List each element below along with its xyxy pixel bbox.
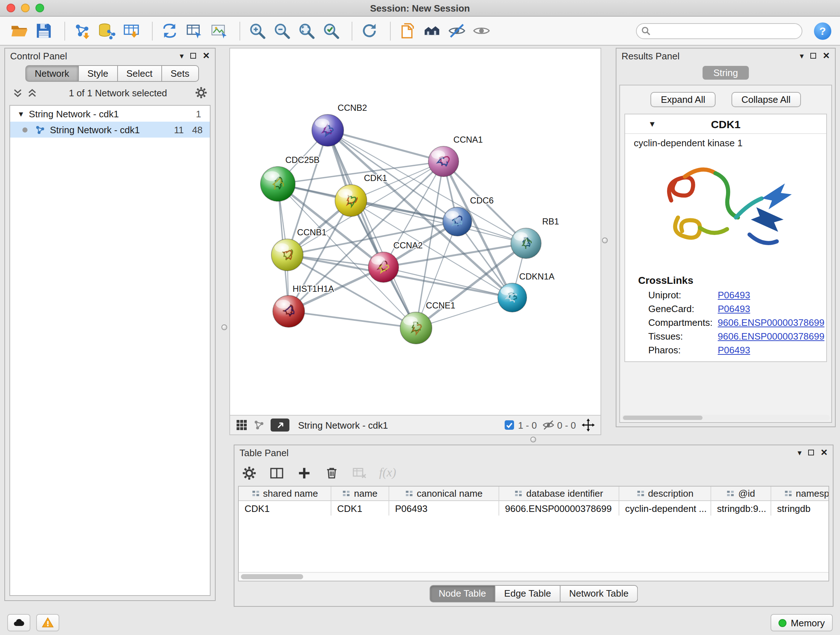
splitter-handle[interactable]: [602, 238, 608, 243]
minimize-window-button[interactable]: [21, 4, 30, 12]
network-node-CDC25B[interactable]: [261, 166, 295, 201]
crosslink-value-link[interactable]: 9606.ENSP00000378699: [718, 317, 824, 328]
tab-edge-table[interactable]: Edge Table: [496, 585, 561, 602]
hide-selected-icon[interactable]: [447, 21, 467, 41]
zoom-window-button[interactable]: [35, 4, 44, 12]
import-network-database-icon[interactable]: [96, 21, 117, 41]
import-table-icon[interactable]: [121, 21, 141, 41]
search-input[interactable]: [636, 23, 802, 39]
network-node-CDC6[interactable]: [443, 207, 472, 236]
memory-button[interactable]: Memory: [771, 614, 833, 631]
export-image-icon[interactable]: [208, 21, 229, 41]
show-columns-icon[interactable]: [269, 465, 284, 480]
expand-all-networks-icon[interactable]: [27, 87, 38, 98]
network-node-CCNE1[interactable]: [400, 312, 432, 344]
table-row[interactable]: CDK1CDK1P064939606.ENSP00000378699cyclin…: [239, 501, 829, 516]
network-edge[interactable]: [289, 311, 416, 328]
zoom-in-icon[interactable]: [247, 21, 267, 41]
network-node-CCNA2[interactable]: [368, 252, 399, 282]
new-table-icon[interactable]: [184, 21, 204, 41]
network-node-CDKN1A[interactable]: [498, 283, 527, 312]
panel-close-icon[interactable]: ✕: [823, 51, 830, 60]
splitter-handle[interactable]: [531, 437, 536, 442]
table-cell[interactable]: stringdb:9...: [711, 501, 771, 516]
zoom-out-icon[interactable]: [271, 21, 292, 41]
open-session-icon[interactable]: [9, 21, 29, 41]
new-network-icon[interactable]: [159, 21, 180, 41]
tab-network-table[interactable]: Network Table: [561, 585, 638, 602]
table-horizontal-scrollbar[interactable]: [239, 572, 829, 581]
column-header-shared-name[interactable]: shared name: [239, 486, 332, 501]
warning-status-button[interactable]: [36, 614, 59, 631]
table-cell[interactable]: 9606.ENSP00000378699: [499, 501, 619, 516]
import-network-file-icon[interactable]: [72, 21, 92, 41]
network-node-CCNB1[interactable]: [271, 239, 303, 271]
network-view[interactable]: CCNB2CCNA1CDC25BCDK1CDC6RB1CCNB1CCNA2CDK…: [229, 48, 601, 435]
tab-select[interactable]: Select: [118, 65, 162, 82]
network-options-gear-icon[interactable]: [195, 86, 208, 99]
crosslink-value-link[interactable]: 9606.ENSP00000378699: [718, 331, 824, 342]
help-icon[interactable]: ?: [814, 22, 831, 40]
network-node-RB1[interactable]: [511, 228, 541, 258]
column-header-canonical-name[interactable]: canonical name: [389, 486, 499, 501]
panel-float-icon[interactable]: [810, 53, 816, 59]
crosslink-value-link[interactable]: P06493: [718, 345, 750, 356]
network-edge[interactable]: [328, 130, 416, 328]
network-edge[interactable]: [278, 162, 444, 184]
panel-close-icon[interactable]: ✕: [202, 51, 210, 60]
column-header--id[interactable]: @id: [711, 486, 771, 501]
table-cell[interactable]: P06493: [389, 501, 499, 516]
panel-close-icon[interactable]: ✕: [821, 448, 828, 457]
cloud-status-button[interactable]: [7, 614, 30, 631]
network-view-icon[interactable]: [253, 419, 265, 431]
network-canvas[interactable]: CCNB2CCNA1CDC25BCDK1CDC6RB1CCNB1CCNA2CDK…: [230, 49, 600, 415]
zoom-fit-icon[interactable]: [296, 21, 316, 41]
splitter-handle[interactable]: [221, 325, 227, 330]
column-header-database-identifier[interactable]: database identifier: [499, 486, 619, 501]
panel-collapse-icon[interactable]: ▾: [800, 52, 804, 60]
network-node-HIST1H1A[interactable]: [273, 295, 305, 327]
zoom-selected-icon[interactable]: [321, 21, 341, 41]
panel-collapse-icon[interactable]: ▾: [180, 52, 184, 60]
network-node-CDK1[interactable]: [335, 185, 367, 217]
network-node-CCNB2[interactable]: [312, 114, 344, 146]
cybrowser-home-icon[interactable]: [422, 21, 442, 41]
panel-collapse-icon[interactable]: ▾: [798, 448, 802, 456]
hidden-eye-icon[interactable]: [543, 419, 554, 431]
pan-crosshair-icon[interactable]: [582, 418, 595, 432]
table-settings-gear-icon[interactable]: [242, 465, 257, 480]
tab-string[interactable]: String: [703, 66, 749, 80]
collapse-all-networks-icon[interactable]: [12, 87, 23, 98]
open-manual-icon[interactable]: [397, 21, 417, 41]
delete-column-icon[interactable]: [324, 465, 339, 480]
table-cell[interactable]: CDK1: [332, 501, 389, 516]
add-column-icon[interactable]: [297, 465, 312, 480]
grid-view-icon[interactable]: [236, 419, 248, 431]
crosslink-value-link[interactable]: P06493: [718, 290, 750, 301]
table-cell[interactable]: CDK1: [239, 501, 332, 516]
results-horizontal-scrollbar[interactable]: [622, 415, 830, 421]
show-all-icon[interactable]: [471, 21, 491, 41]
panel-float-icon[interactable]: [190, 53, 196, 59]
tab-style[interactable]: Style: [79, 65, 118, 82]
network-row[interactable]: String Network - cdk1 11 48: [10, 122, 210, 138]
birdseye-view-button[interactable]: [271, 418, 289, 432]
section-disclosure-icon[interactable]: ▼: [648, 119, 656, 128]
tab-sets[interactable]: Sets: [162, 65, 199, 82]
expand-all-button[interactable]: Expand All: [651, 92, 715, 107]
save-session-icon[interactable]: [33, 21, 54, 41]
selected-checkbox-icon[interactable]: [504, 419, 515, 431]
close-window-button[interactable]: [6, 4, 15, 12]
column-header-name[interactable]: name: [332, 486, 389, 501]
collection-disclosure-icon[interactable]: ▼: [17, 110, 25, 118]
collapse-all-button[interactable]: Collapse All: [731, 92, 801, 107]
tab-network[interactable]: Network: [25, 65, 79, 82]
network-node-CCNA1[interactable]: [428, 146, 459, 177]
network-collection-row[interactable]: ▼ String Network - cdk1 1: [10, 106, 210, 122]
column-header-namespace[interactable]: namespace: [771, 486, 829, 501]
apply-layout-icon[interactable]: [359, 21, 379, 41]
table-cell[interactable]: cyclin-dependent ...: [619, 501, 711, 516]
table-cell[interactable]: stringdb: [771, 501, 829, 516]
gene-section-header[interactable]: ▼ CDK1: [625, 114, 826, 134]
panel-float-icon[interactable]: [808, 450, 814, 455]
